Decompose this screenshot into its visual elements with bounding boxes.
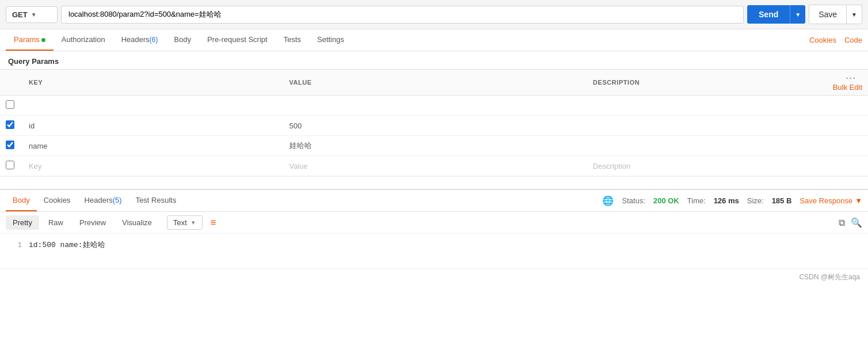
params-table: KEY VALUE DESCRIPTION ··· Bulk Edit — [0, 69, 868, 176]
row3-value-input[interactable] — [289, 162, 582, 170]
footer-text: CSDN @树先生aqa — [799, 273, 860, 281]
row2-desc-input[interactable] — [593, 142, 816, 150]
row0-desc-cell — [587, 96, 822, 116]
url-bar: GET ▼ Send ▼ Save ▼ — [0, 0, 868, 29]
response-tab-headers[interactable]: Headers(5) — [78, 190, 129, 211]
row1-check-cell — [0, 116, 23, 136]
wrap-icon[interactable]: ≡ — [211, 217, 216, 229]
row2-check-cell — [0, 136, 23, 156]
params-dot — [41, 38, 45, 42]
status-value: 200 OK — [653, 196, 679, 205]
row0-desc-input[interactable] — [593, 101, 816, 110]
method-label: GET — [12, 10, 28, 19]
method-select[interactable]: GET ▼ — [6, 6, 58, 23]
row2-checkbox[interactable] — [6, 141, 14, 149]
status-label: Status: — [622, 196, 645, 205]
row0-key-cell — [23, 96, 284, 116]
row1-key-cell — [23, 116, 284, 136]
format-icons: ⧉ 🔍 — [839, 217, 862, 228]
row2-value-cell — [284, 136, 587, 156]
row3-check-cell — [0, 156, 23, 176]
search-icon[interactable]: 🔍 — [851, 217, 862, 228]
tab-settings[interactable]: Settings — [309, 29, 352, 51]
row3-value-cell — [284, 156, 587, 176]
row1-key-input[interactable] — [29, 122, 278, 130]
row3-desc-cell — [587, 156, 822, 176]
row0-key-input[interactable] — [29, 101, 278, 110]
size-value: 185 B — [772, 196, 792, 205]
response-status: 🌐 Status: 200 OK Time: 126 ms Size: 185 … — [602, 195, 862, 206]
format-tabs-row: Pretty Raw Preview Visualize Text ▼ ≡ ⧉ … — [0, 212, 868, 234]
row1-value-input[interactable] — [289, 122, 582, 130]
row1-desc-cell — [587, 116, 822, 136]
row1-checkbox[interactable] — [6, 120, 14, 129]
save-button[interactable]: Save — [809, 5, 847, 24]
format-tab-raw[interactable]: Raw — [41, 215, 70, 230]
response-tab-test-results[interactable]: Test Results — [129, 190, 183, 211]
send-group: Send ▼ — [747, 5, 805, 24]
row0-value-cell — [284, 96, 587, 116]
bulk-edit-button[interactable]: Bulk Edit — [833, 83, 862, 92]
size-label: Size: — [747, 196, 764, 205]
request-tabs-row: Params Authorization Headers(6) Body Pre… — [0, 29, 868, 51]
save-group: Save ▼ — [809, 5, 862, 24]
table-row — [0, 136, 868, 156]
row2-value-input[interactable] — [289, 142, 582, 150]
tab-prerequest[interactable]: Pre-request Script — [199, 29, 276, 51]
response-tab-body[interactable]: Body — [6, 190, 37, 211]
row3-key-input[interactable] — [29, 162, 278, 170]
save-response-button[interactable]: Save Response ▼ — [800, 196, 862, 205]
format-tab-pretty[interactable]: Pretty — [6, 215, 39, 230]
table-row — [0, 156, 868, 176]
send-dropdown-button[interactable]: ▼ — [790, 5, 805, 24]
row3-checkbox[interactable] — [6, 161, 14, 169]
send-button[interactable]: Send — [747, 5, 790, 24]
line-number-1: 1 — [8, 241, 22, 249]
col-header-value: VALUE — [284, 70, 587, 96]
format-tab-visualize[interactable]: Visualize — [115, 215, 159, 230]
tab-headers[interactable]: Headers(6) — [113, 29, 166, 51]
save-response-chevron-icon: ▼ — [855, 196, 862, 205]
tab-params[interactable]: Params — [6, 29, 53, 51]
footer: CSDN @树先生aqa — [0, 268, 868, 286]
col-header-actions: ··· Bulk Edit — [822, 70, 868, 96]
col-header-key: KEY — [23, 70, 284, 96]
row1-desc-input[interactable] — [593, 122, 816, 130]
method-chevron-icon: ▼ — [31, 12, 37, 18]
copy-icon[interactable]: ⧉ — [839, 217, 845, 228]
col-header-description: DESCRIPTION — [587, 70, 822, 96]
three-dots-icon[interactable]: ··· — [846, 73, 856, 83]
time-label: Time: — [687, 196, 706, 205]
url-input[interactable] — [61, 6, 744, 24]
format-tab-preview[interactable]: Preview — [72, 215, 113, 230]
tab-authorization[interactable]: Authorization — [53, 29, 113, 51]
row3-key-cell — [23, 156, 284, 176]
code-link[interactable]: Code — [844, 36, 862, 44]
response-line-1: id:500 name:娃哈哈 — [29, 241, 105, 249]
tab-tests[interactable]: Tests — [276, 29, 309, 51]
time-value: 126 ms — [714, 196, 739, 205]
cookies-link[interactable]: Cookies — [809, 36, 836, 44]
table-row — [0, 116, 868, 136]
tab-body[interactable]: Body — [166, 29, 200, 51]
row2-desc-cell — [587, 136, 822, 156]
tabs-right: Cookies Code — [809, 36, 862, 44]
row1-value-cell — [284, 116, 587, 136]
save-dropdown-button[interactable]: ▼ — [847, 5, 862, 24]
table-row — [0, 96, 868, 116]
globe-icon[interactable]: 🌐 — [602, 195, 614, 206]
format-dropdown-label: Text — [173, 218, 187, 227]
query-params-label: Query Params — [0, 51, 868, 69]
response-tabs-row: Body Cookies Headers(5) Test Results 🌐 S… — [0, 189, 868, 212]
row2-key-cell — [23, 136, 284, 156]
format-dropdown[interactable]: Text ▼ — [167, 215, 202, 230]
format-dropdown-chevron-icon: ▼ — [190, 219, 196, 226]
row3-desc-input[interactable] — [593, 162, 816, 170]
spacer — [0, 176, 868, 187]
row0-checkbox[interactable] — [6, 100, 14, 109]
row2-key-input[interactable] — [29, 142, 278, 150]
response-body: 1id:500 name:娃哈哈 — [0, 234, 868, 268]
row0-value-input[interactable] — [289, 101, 582, 110]
col-header-check — [0, 70, 23, 96]
response-tab-cookies[interactable]: Cookies — [37, 190, 78, 211]
